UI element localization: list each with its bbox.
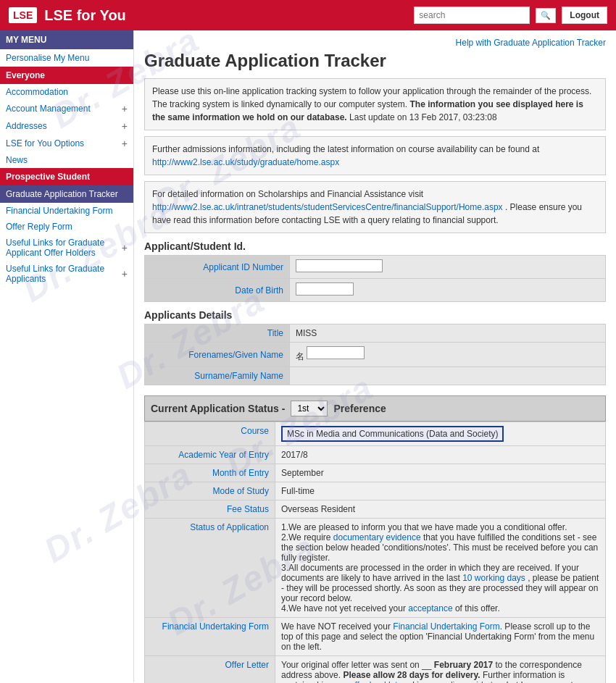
surname-value	[290, 367, 606, 385]
sidebar-item-financial-undertaking[interactable]: Financial Undertaking Form	[0, 203, 133, 219]
acceptance-link[interactable]: acceptance	[408, 603, 452, 613]
my-menu-header: MY MENU	[0, 30, 133, 49]
applicant-details-title: Applicants Details	[144, 309, 606, 321]
academic-year-value: 2017/8	[275, 446, 606, 464]
row-financial-undertaking: Financial Undertaking Form We have NOT r…	[145, 618, 606, 656]
status-of-app-label: Status of Application	[145, 519, 275, 618]
header-logo: LSE LSE for You	[9, 7, 126, 24]
row-offer-letter: Offer Letter Your original offer letter …	[145, 656, 606, 684]
forenames-input	[307, 346, 365, 359]
sidebar-prospective-header: Prospective Student	[0, 168, 133, 185]
info-box-3: For detailed information on Scholarships…	[144, 181, 606, 233]
forenames-label: Forenames/Given Name	[145, 343, 290, 367]
search-icon-btn[interactable]: 🔍	[536, 8, 556, 23]
row-month: Month of Entry September	[145, 464, 606, 482]
dob-label: Date of Birth	[145, 279, 290, 302]
info-text-3: For detailed information on Scholarships…	[152, 189, 423, 199]
layout: MY MENU Personalise My Menu Everyone Acc…	[0, 30, 616, 683]
financial-undertaking-value: We have NOT received your Financial Unde…	[275, 618, 606, 656]
row-mode: Mode of Study Full-time	[145, 482, 606, 500]
applicant-section-title: Applicant/Student Id.	[144, 240, 606, 252]
sidebar-link-accommodation[interactable]: Accommodation	[6, 87, 68, 97]
lse-badge: LSE	[9, 7, 37, 23]
sidebar-item-offer-reply[interactable]: Offer Reply Form	[0, 219, 133, 235]
dob-value	[290, 279, 606, 302]
sidebar-personalise[interactable]: Personalise My Menu	[0, 49, 133, 67]
sidebar-link-offer-reply[interactable]: Offer Reply Form	[6, 222, 72, 232]
preference-select[interactable]: 1st 2nd	[291, 401, 328, 416]
financial-form-link[interactable]: Financial Undertaking Form	[393, 621, 499, 632]
sidebar-link-financial-undertaking[interactable]: Financial Undertaking Form	[6, 206, 112, 216]
status-section: Current Application Status - 1st 2nd Pre…	[144, 395, 606, 683]
sidebar-link-account-management[interactable]: Account Management	[6, 104, 91, 114]
offer-letter-label: Offer Letter	[145, 656, 275, 684]
course-value: MSc in Media and Communications (Data an…	[275, 422, 606, 446]
row-academic-year: Academic Year of Entry 2017/8	[145, 446, 606, 464]
sidebar-link-lse-options[interactable]: LSE for You Options	[6, 138, 84, 148]
status-header-text: Current Application Status -	[151, 403, 285, 414]
doc-evidence-link[interactable]: documentary evidence	[333, 532, 421, 542]
financial-undertaking-label: Financial Undertaking Form	[145, 618, 275, 656]
course-highlight: MSc in Media and Communications (Data an…	[281, 426, 504, 442]
row-fee: Fee Status Overseas Resident	[145, 500, 606, 519]
sidebar-link-useful-links-grad[interactable]: Useful Links for Graduate Applicants	[6, 264, 122, 284]
online-guide-link[interactable]: online guide	[441, 680, 488, 683]
help-link-container: Help with Graduate Application Tracker	[144, 38, 606, 48]
mode-value: Full-time	[275, 482, 606, 500]
plus-icon-lse[interactable]: +	[122, 138, 128, 149]
applicant-id-input	[296, 259, 383, 272]
working-days-link[interactable]: 10 working days	[462, 573, 525, 583]
month-label: Month of Entry	[145, 464, 275, 482]
info-date: Last update on 13 Feb 2017, 03:23:08	[349, 112, 497, 122]
plus-icon-addresses[interactable]: +	[122, 120, 128, 132]
surname-label: Surname/Family Name	[145, 367, 290, 385]
sidebar: MY MENU Personalise My Menu Everyone Acc…	[0, 30, 134, 682]
applicant-id-value	[290, 256, 606, 279]
header: LSE LSE for You 🔍 Logout	[0, 0, 616, 30]
mode-label: Mode of Study	[145, 482, 275, 500]
table-row-dob: Date of Birth	[145, 279, 606, 302]
offer-letter-value: Your original offer letter was sent on _…	[275, 656, 606, 684]
title-value: MISS	[290, 324, 606, 343]
sidebar-item-lse-options[interactable]: LSE for You Options +	[0, 135, 133, 152]
title-label: Title	[145, 324, 290, 343]
main-content: Help with Graduate Application Tracker G…	[134, 30, 616, 683]
search-input[interactable]	[414, 7, 530, 24]
sidebar-everyone-header: Everyone	[0, 67, 133, 84]
plus-icon-useful-offer[interactable]: +	[122, 242, 128, 253]
sidebar-item-grad-tracker[interactable]: Graduate Application Tracker	[0, 185, 133, 203]
sidebar-item-account-management[interactable]: Account Management +	[0, 100, 133, 117]
month-value: September	[275, 464, 606, 482]
sidebar-item-useful-links-grad[interactable]: Useful Links for Graduate Applicants +	[0, 261, 133, 287]
table-row-surname: Surname/Family Name	[145, 367, 606, 385]
sidebar-link-news[interactable]: News	[6, 155, 28, 165]
fee-value: Overseas Resident	[275, 500, 606, 519]
row-course: Course MSc in Media and Communications (…	[145, 422, 606, 446]
offer-booklet-link[interactable]: offer booklet	[350, 680, 398, 683]
applicant-id-table: Applicant ID Number Date of Birth	[144, 255, 606, 302]
sidebar-item-accommodation[interactable]: Accommodation	[0, 84, 133, 100]
sidebar-link-addresses[interactable]: Addresses	[6, 121, 47, 131]
academic-year-label: Academic Year of Entry	[145, 446, 275, 464]
sidebar-item-addresses[interactable]: Addresses +	[0, 117, 133, 135]
header-title: LSE for You	[44, 7, 126, 24]
row-status-of-app: Status of Application 1.We are pleased t…	[145, 519, 606, 618]
info-url-2[interactable]: http://www2.lse.ac.uk/intranet/students/…	[152, 202, 503, 212]
info-url-1[interactable]: http://www2.lse.ac.uk/study/graduate/hom…	[152, 157, 339, 167]
info-box-1: Please use this on-line application trac…	[144, 78, 606, 130]
sidebar-item-useful-links-offer[interactable]: Useful Links for Graduate Applicant Offe…	[0, 235, 133, 261]
preference-label: Preference	[333, 403, 386, 414]
applicant-id-label: Applicant ID Number	[145, 256, 290, 279]
help-link[interactable]: Help with Graduate Application Tracker	[456, 38, 606, 48]
plus-icon-useful-grad[interactable]: +	[122, 268, 128, 280]
sidebar-link-useful-links-offer[interactable]: Useful Links for Graduate Applicant Offe…	[6, 238, 122, 258]
logout-button[interactable]: Logout	[562, 7, 607, 24]
page-title: Graduate Application Tracker	[144, 51, 606, 71]
plus-icon-account[interactable]: +	[122, 103, 128, 114]
status-header: Current Application Status - 1st 2nd Pre…	[144, 395, 606, 422]
sidebar-item-news[interactable]: News	[0, 152, 133, 168]
table-row-title: Title MISS	[145, 324, 606, 343]
table-row-forenames: Forenames/Given Name 名	[145, 343, 606, 367]
dob-input	[296, 282, 354, 296]
status-table: Course MSc in Media and Communications (…	[144, 422, 606, 683]
